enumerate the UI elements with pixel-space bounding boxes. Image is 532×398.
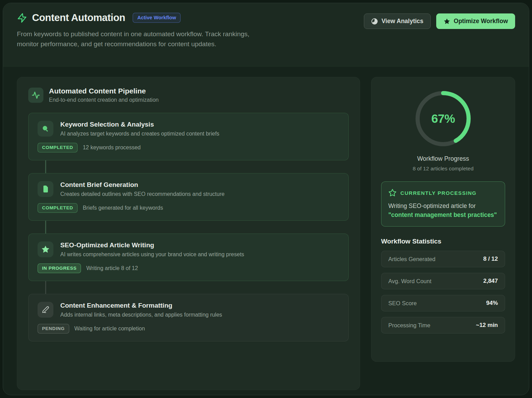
view-analytics-button[interactable]: View Analytics	[364, 13, 431, 29]
stat-row-processing-time: Processing Time ~12 min	[381, 317, 505, 334]
analytics-gauge-icon	[371, 18, 378, 25]
step-title: Content Brief Generation	[60, 181, 225, 189]
pipeline-panel: Automated Content Pipeline End-to-end co…	[17, 77, 360, 390]
step-status-text: 12 keywords processed	[83, 145, 141, 151]
stat-row-articles-generated: Articles Generated 8 / 12	[381, 251, 505, 267]
header-title-block: Content Automation Active Workflow From …	[17, 12, 258, 49]
header-actions: View Analytics Optimize Workflow	[364, 13, 515, 29]
zap-icon	[17, 13, 27, 23]
step-title: Content Enhancement & Formatting	[60, 302, 222, 309]
optimize-workflow-button[interactable]: Optimize Workflow	[436, 13, 515, 29]
search-icon-tile	[38, 121, 53, 137]
processing-heading: CURRENTLY PROCESSING	[400, 190, 477, 196]
file-icon-tile	[38, 181, 53, 197]
step-description: AI writes comprehensive articles using y…	[60, 251, 244, 258]
pipeline-header: Automated Content Pipeline End-to-end co…	[28, 87, 349, 103]
star-icon	[41, 245, 50, 254]
step-card-article-writing: SEO-Optimized Article Writing AI writes …	[28, 233, 349, 281]
step-connector	[45, 160, 46, 173]
pencil-icon-tile	[38, 302, 53, 318]
stat-label: SEO Score	[388, 300, 417, 307]
step-description: Creates detailed outlines with SEO recom…	[60, 191, 225, 197]
main-window: Content Automation Active Workflow From …	[3, 3, 529, 395]
status-badge: COMPLETED	[38, 143, 78, 152]
step-description: AI analyzes target keywords and creates …	[60, 131, 219, 137]
star-icon	[443, 18, 450, 25]
pipeline-subtitle: End-to-end content creation and optimiza…	[49, 97, 158, 103]
stat-label: Processing Time	[388, 322, 430, 329]
status-badge: PENDING	[38, 324, 69, 334]
stat-label: Avg. Word Count	[388, 278, 431, 285]
progress-title: Workflow Progress	[381, 155, 505, 162]
step-card-brief-generation: Content Brief Generation Creates detaile…	[28, 173, 349, 221]
currently-processing-card: CURRENTLY PROCESSING Writing SEO-optimiz…	[381, 181, 505, 227]
statistics-title: Workflow Statistics	[381, 238, 505, 245]
stat-label: Articles Generated	[388, 256, 436, 262]
step-card-keyword-selection: Keyword Selection & Analysis AI analyzes…	[28, 113, 349, 160]
step-connector	[45, 281, 46, 294]
page-description: From keywords to published content in on…	[17, 29, 258, 49]
pipeline-steps: Keyword Selection & Analysis AI analyzes…	[28, 113, 349, 341]
step-connector	[45, 221, 46, 233]
stat-row-seo-score: SEO Score 94%	[381, 295, 505, 311]
activity-icon	[32, 91, 40, 99]
workflow-progress-ring: 67%	[415, 90, 471, 147]
step-status-text: Waiting for article completion	[74, 326, 145, 332]
progress-subtitle: 8 of 12 articles completed	[381, 166, 505, 172]
activity-icon-tile	[28, 88, 43, 103]
stat-value: 2,847	[483, 278, 498, 285]
stat-value: 8 / 12	[483, 256, 498, 262]
stat-row-avg-word-count: Avg. Word Count 2,847	[381, 273, 505, 289]
step-status-text: Writing article 8 of 12	[86, 265, 138, 271]
content-area: Automated Content Pipeline End-to-end co…	[3, 67, 529, 395]
step-status-text: Briefs generated for all keywords	[83, 205, 163, 211]
step-title: Keyword Selection & Analysis	[60, 121, 219, 128]
star-icon-tile	[38, 241, 53, 257]
file-icon	[41, 185, 50, 193]
step-title: SEO-Optimized Article Writing	[60, 241, 244, 249]
processing-text: Writing SEO-optimized article for	[388, 202, 476, 209]
step-card-enhancement-formatting: Content Enhancement & Formatting Adds in…	[28, 294, 349, 341]
progress-panel: 67% Workflow Progress 8 of 12 articles c…	[371, 77, 515, 362]
star-outline-icon	[388, 189, 397, 197]
pencil-icon	[42, 306, 49, 314]
progress-percent: 67%	[415, 90, 471, 147]
step-description: Adds internal links, meta descriptions, …	[60, 312, 222, 318]
status-badge: IN PROGRESS	[38, 263, 81, 273]
processing-article-title: "content management best practices"	[388, 210, 498, 219]
status-badge: COMPLETED	[38, 203, 78, 213]
stat-value: 94%	[486, 300, 498, 307]
search-icon	[41, 125, 50, 133]
page-title: Content Automation	[32, 12, 125, 23]
page-header: Content Automation Active Workflow From …	[3, 3, 529, 67]
active-workflow-badge: Active Workflow	[133, 13, 181, 23]
pipeline-title: Automated Content Pipeline	[49, 87, 158, 95]
stat-value: ~12 min	[476, 322, 498, 329]
